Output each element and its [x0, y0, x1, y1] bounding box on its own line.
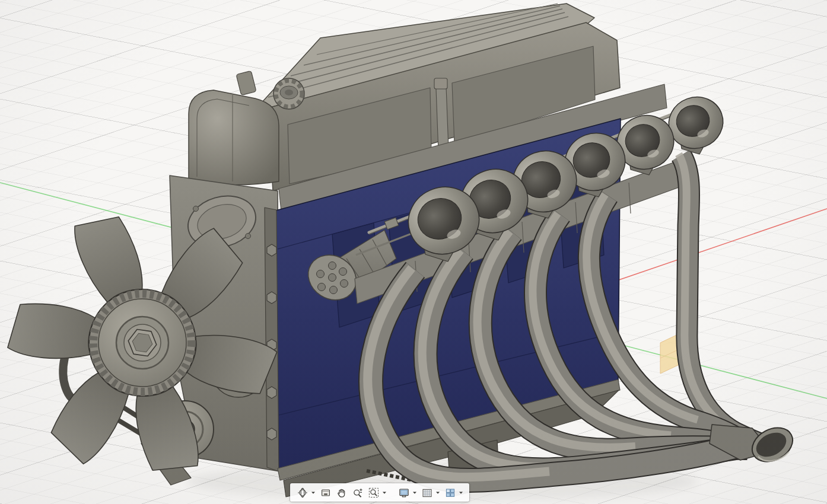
display-settings-dropdown-caret[interactable] — [412, 485, 418, 500]
navigation-toolbar — [290, 483, 469, 502]
panel-divider — [436, 87, 449, 151]
orbit-dropdown-caret[interactable] — [310, 485, 316, 500]
pan-button[interactable] — [334, 485, 349, 500]
grid-and-snaps-button[interactable] — [419, 485, 434, 500]
look-at-button[interactable] — [318, 485, 333, 500]
model-scene — [0, 0, 827, 504]
zoom-magnifier-icon — [352, 487, 363, 498]
caret-down-icon — [311, 490, 316, 495]
orbit-button[interactable] — [295, 485, 310, 500]
oil-filler-cap[interactable] — [273, 78, 304, 109]
fan-blade — [7, 302, 96, 361]
viewports-dropdown-caret[interactable] — [458, 485, 464, 500]
fit-magnifier-icon — [368, 487, 379, 498]
viewports-icon — [445, 487, 456, 498]
display-settings-button[interactable] — [396, 485, 411, 500]
orbit-icon — [297, 487, 308, 498]
caret-down-icon — [459, 490, 463, 495]
display-monitor-icon — [399, 487, 409, 498]
look-at-icon — [320, 487, 331, 498]
exhaust-header-pipe — [679, 154, 766, 446]
caret-down-icon — [382, 490, 387, 495]
engine-model[interactable] — [7, 4, 799, 497]
zoom-button[interactable] — [350, 485, 365, 500]
fit-dropdown-caret[interactable] — [381, 485, 387, 500]
grid-and-snaps-dropdown-caret[interactable] — [435, 485, 441, 500]
caret-down-icon — [412, 490, 417, 495]
viewports-button[interactable] — [443, 485, 457, 500]
fit-button[interactable] — [366, 485, 381, 500]
fan-clutch-pulley — [89, 289, 196, 396]
pan-hand-icon — [336, 487, 347, 498]
viewport-canvas[interactable] — [0, 0, 827, 504]
caret-down-icon — [435, 490, 440, 495]
grid-icon — [422, 487, 432, 498]
